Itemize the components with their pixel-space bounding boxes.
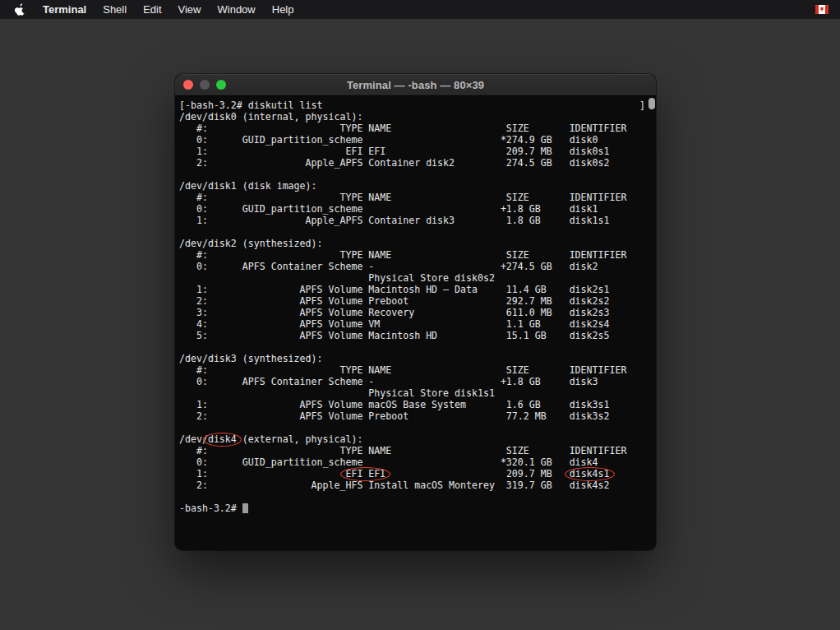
terminal-line: 3: APFS Volume Recovery 611.0 MB disk2s3 (179, 307, 656, 318)
annotation-circle: EFI EFI (345, 468, 385, 479)
terminal-line (179, 491, 656, 503)
terminal-line: 1: APFS Volume Macintosh HD — Data 11.4 … (179, 284, 656, 295)
terminal-line: 1: APFS Volume macOS Base System 1.6 GB … (179, 399, 656, 410)
terminal-line: 1: Apple_APFS Container disk3 1.8 GB dis… (179, 215, 656, 226)
terminal-line: 0: APFS Container Scheme - +274.5 GB dis… (179, 261, 656, 272)
terminal-line: 2: APFS Volume Preboot 292.7 MB disk2s2 (179, 295, 656, 307)
terminal-line: 0: APFS Container Scheme - +1.8 GB disk3 (179, 376, 656, 387)
terminal-line: 0: GUID_partition_scheme +1.8 GB disk1 (179, 203, 656, 215)
terminal-line: [-bash-3.2# diskutil list (179, 100, 656, 111)
terminal-line (179, 422, 656, 433)
terminal-line (179, 226, 656, 238)
terminal-line: 2: APFS Volume Preboot 77.2 MB disk3s2 (179, 410, 656, 422)
scrollbar[interactable] (647, 96, 656, 550)
terminal-line (179, 169, 656, 180)
menu-item-view[interactable]: View (170, 0, 210, 19)
menu-item-edit[interactable]: Edit (135, 0, 169, 19)
command-end-mark-icon: ] (639, 100, 645, 111)
terminal-line: #: TYPE NAME SIZE IDENTIFIER (179, 445, 656, 456)
minimize-button[interactable] (200, 80, 210, 90)
input-source-menu[interactable] (814, 0, 830, 19)
terminal-output: [-bash-3.2# diskutil list/dev/disk0 (int… (179, 100, 656, 514)
terminal-line: /dev/disk2 (synthesized): (179, 238, 656, 249)
terminal-line: -bash-3.2# (179, 503, 656, 514)
annotation-circle: disk4 (208, 433, 237, 445)
terminal-line: 1: EFI EFI 209.7 MB disk0s1 (179, 146, 656, 157)
terminal-cursor (242, 503, 248, 513)
terminal-line: #: TYPE NAME SIZE IDENTIFIER (179, 249, 656, 261)
terminal-line: /dev/disk0 (internal, physical): (179, 111, 656, 123)
close-button[interactable] (183, 80, 193, 90)
terminal-content[interactable]: [-bash-3.2# diskutil list/dev/disk0 (int… (175, 96, 656, 550)
window-title-bar[interactable]: Terminal — -bash — 80×39 (175, 74, 656, 96)
terminal-line: #: TYPE NAME SIZE IDENTIFIER (179, 364, 656, 376)
terminal-line: /dev/disk3 (synthesized): (179, 353, 656, 364)
terminal-line: 5: APFS Volume Macintosh HD 15.1 GB disk… (179, 330, 656, 341)
terminal-line: 0: GUID_partition_scheme *274.9 GB disk0 (179, 134, 656, 146)
scrollbar-thumb[interactable] (648, 98, 655, 109)
terminal-line: #: TYPE NAME SIZE IDENTIFIER (179, 192, 656, 203)
menu-item-help[interactable]: Help (264, 0, 302, 19)
menu-item-shell[interactable]: Shell (95, 0, 135, 19)
traffic-lights (183, 74, 226, 95)
terminal-line: Physical Store disk1s1 (179, 387, 656, 399)
terminal-line: #: TYPE NAME SIZE IDENTIFIER (179, 123, 656, 134)
window-title: Terminal — -bash — 80×39 (347, 79, 484, 91)
canada-flag-icon (815, 5, 828, 14)
menu-item-window[interactable]: Window (210, 0, 264, 19)
terminal-line: 0: GUID_partition_scheme *320.1 GB disk4 (179, 456, 656, 468)
apple-logo-icon (15, 3, 25, 16)
menu-bar: Terminal Shell Edit View Window Help (0, 0, 840, 19)
terminal-line: 4: APFS Volume VM 1.1 GB disk2s4 (179, 318, 656, 330)
apple-menu[interactable] (10, 0, 30, 19)
terminal-line: 2: Apple_HFS Install macOS Monterey 319.… (179, 479, 656, 491)
terminal-line: 2: Apple_APFS Container disk2 274.5 GB d… (179, 157, 656, 169)
terminal-line (179, 341, 656, 353)
menu-item-terminal[interactable]: Terminal (35, 0, 95, 19)
zoom-button[interactable] (216, 80, 226, 90)
terminal-line: Physical Store disk0s2 (179, 272, 656, 284)
terminal-line: /dev/disk1 (disk image): (179, 180, 656, 192)
terminal-line: /dev/disk4 (external, physical): (179, 433, 656, 445)
annotation-circle: disk4s1 (570, 468, 610, 479)
terminal-window: Terminal — -bash — 80×39 [-bash-3.2# dis… (175, 74, 656, 550)
terminal-line: 1: EFI EFI 209.7 MB disk4s1 (179, 468, 656, 479)
